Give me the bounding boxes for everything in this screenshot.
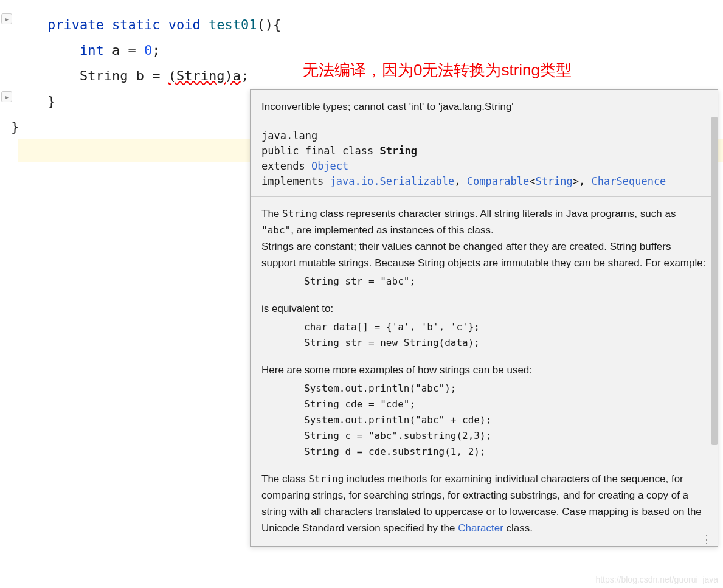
popup-body: The String class represents character st… (251, 197, 718, 546)
link-character[interactable]: Character (458, 522, 503, 534)
link-object[interactable]: Object (311, 160, 348, 172)
popup-error-message: Inconvertible types; cannot cast 'int' t… (251, 90, 718, 122)
watermark-text: https://blog.csdn.net/guorui_java (595, 575, 718, 584)
code-line-1: private static void test01(){ (18, 12, 723, 38)
annotation-text: 无法编译，因为0无法转换为string类型 (303, 60, 572, 81)
documentation-popup[interactable]: Inconvertible types; cannot cast 'int' t… (250, 89, 718, 547)
popup-scrollbar-thumb[interactable] (711, 117, 718, 445)
popup-more-icon[interactable]: ⋮ (701, 538, 713, 541)
link-charsequence[interactable]: CharSequence (592, 175, 666, 187)
link-serializable[interactable]: java.io.Serializable (330, 175, 455, 187)
link-string[interactable]: String (535, 175, 572, 187)
popup-scrollbar[interactable] (711, 90, 718, 546)
popup-declaration: java.lang public final class String exte… (251, 122, 718, 197)
link-comparable[interactable]: Comparable (467, 175, 529, 187)
error-underline: (String)a (168, 68, 241, 83)
